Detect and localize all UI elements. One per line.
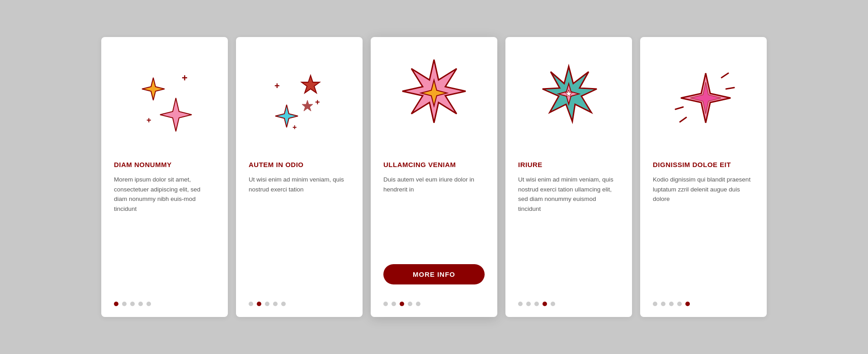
card-5-title: DIGNISSIM DOLOE EIT	[653, 161, 731, 168]
sparkle-pink-single-icon	[667, 64, 740, 136]
card-2-body: Ut wisi enim ad minim veniam, quis nostr…	[249, 175, 350, 293]
stars-scattered-icon: + + +	[263, 64, 335, 136]
card-5-icon-area	[653, 51, 754, 150]
dot-active	[542, 302, 547, 306]
dot	[281, 302, 286, 306]
card-1-dots	[114, 293, 151, 306]
star-pink-large-icon	[393, 55, 475, 145]
svg-text:+: +	[146, 116, 151, 125]
dot	[416, 302, 420, 306]
card-4-dots	[518, 293, 555, 306]
dot	[661, 302, 665, 306]
svg-text:+: +	[182, 72, 188, 84]
dot	[249, 302, 253, 306]
card-3-title: ULLAMCING VENIAM	[383, 161, 456, 168]
card-4-icon-area	[518, 51, 619, 150]
card-3-icon-area	[383, 51, 485, 150]
svg-text:+: +	[315, 98, 320, 107]
dot	[383, 302, 388, 306]
dot-active	[400, 302, 404, 306]
card-1-title: DIAM NONUMMY	[114, 161, 172, 168]
dot	[677, 302, 682, 306]
dot	[130, 302, 135, 306]
dot	[138, 302, 143, 306]
dot	[669, 302, 674, 306]
card-1-icon-area: + +	[114, 51, 215, 150]
dot-active	[257, 302, 261, 306]
dot	[551, 302, 555, 306]
card-4: IRIURE Ut wisi enim ad minim veniam, qui…	[505, 37, 632, 317]
card-5-body: Kodio dignissim qui blandit praesent lup…	[653, 175, 754, 293]
sparkles-orange-pink-icon: + +	[128, 64, 201, 136]
dot	[534, 302, 539, 306]
card-1: + + DIAM NONUMMY Morem ipsum dolor sit a…	[101, 37, 228, 317]
dot	[273, 302, 278, 306]
dot-active	[685, 302, 690, 306]
dot	[392, 302, 396, 306]
card-4-body: Ut wisi enim ad minim veniam, quis nostr…	[518, 175, 619, 293]
star-green-icon	[533, 62, 605, 139]
dot	[146, 302, 151, 306]
svg-marker-5	[302, 75, 320, 93]
dot	[653, 302, 657, 306]
card-3: ULLAMCING VENIAM Duis autem vel eum iriu…	[371, 37, 497, 317]
more-info-button[interactable]: MORE INFO	[383, 264, 485, 284]
card-5: DIGNISSIM DOLOE EIT Kodio dignissim qui …	[640, 37, 767, 317]
dot	[526, 302, 531, 306]
card-4-title: IRIURE	[518, 161, 542, 168]
card-2: + + + AUTEM IN ODIO Ut wisi enim ad mini…	[236, 37, 363, 317]
svg-line-9	[726, 88, 734, 89]
dot	[408, 302, 412, 306]
dot	[265, 302, 269, 306]
svg-text:+: +	[292, 123, 297, 131]
svg-line-11	[680, 117, 686, 122]
card-3-body: Duis autem vel eum iriure dolor in hendr…	[383, 175, 485, 256]
card-2-icon-area: + + +	[249, 51, 350, 150]
dot-active	[114, 302, 118, 306]
cards-container: + + DIAM NONUMMY Morem ipsum dolor sit a…	[74, 14, 794, 340]
svg-text:+: +	[274, 81, 280, 91]
svg-line-8	[722, 73, 728, 78]
card-3-dots	[383, 293, 420, 306]
card-5-dots	[653, 293, 690, 306]
dot	[518, 302, 523, 306]
svg-marker-6	[302, 100, 313, 111]
card-1-body: Morem ipsum dolor sit amet, consectetuer…	[114, 175, 215, 293]
card-2-dots	[249, 293, 286, 306]
dot	[122, 302, 127, 306]
svg-line-10	[675, 107, 683, 109]
card-2-title: AUTEM IN ODIO	[249, 161, 304, 168]
